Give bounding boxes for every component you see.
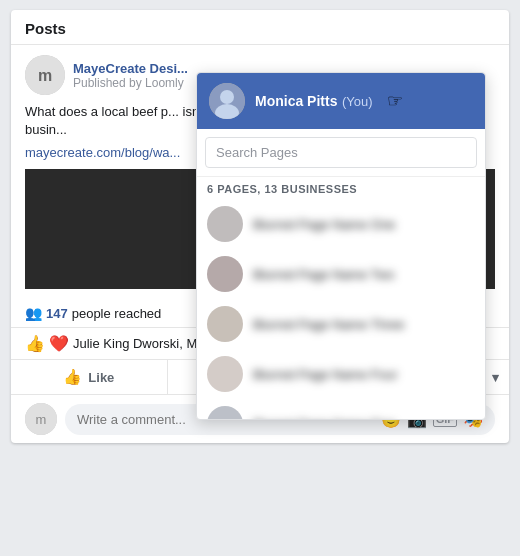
reaction-names: Julie King Dworski, Mi...: [73, 336, 211, 351]
card-title: Posts: [25, 20, 66, 37]
svg-point-12: [207, 356, 243, 392]
search-wrap: [197, 129, 485, 177]
page-name: Blurred Page Name One: [253, 217, 395, 232]
page-thumb: [207, 206, 243, 242]
page-name: Blurred Page Name Two: [253, 267, 394, 282]
post-link[interactable]: mayecreate.com/blog/wa...: [25, 145, 180, 160]
page-name: Blurred Page Name Five: [253, 417, 395, 420]
svg-point-11: [207, 306, 243, 342]
page-thumb: [207, 256, 243, 292]
svg-text:m: m: [38, 67, 52, 84]
card-header: Posts: [11, 10, 509, 45]
svg-point-13: [207, 406, 243, 419]
search-pages-input[interactable]: [205, 137, 477, 168]
page-name: Blurred Page Name Four: [253, 367, 398, 382]
reach-label: people reached: [72, 306, 162, 321]
list-item[interactable]: Blurred Page Name Two: [197, 249, 485, 299]
like-icon: 👍: [63, 368, 82, 386]
list-item[interactable]: Blurred Page Name Five: [197, 399, 485, 419]
like-button[interactable]: 👍 Like: [11, 360, 168, 394]
svg-text:m: m: [36, 412, 47, 427]
heart-reaction: ❤️: [49, 334, 69, 353]
page-thumb: [207, 306, 243, 342]
boost-icon: ▾: [492, 370, 499, 385]
user-name-text: Monica Pitts: [255, 93, 337, 109]
posts-card: Posts m MayeCreate Desi... Published by …: [11, 10, 509, 443]
page-selector-dropdown: Monica Pitts (You) ☞ 6 PAGES, 13 BUSINES…: [196, 72, 486, 420]
list-item[interactable]: Blurred Page Name Four: [197, 349, 485, 399]
page-name: Blurred Page Name Three: [253, 317, 405, 332]
author-sub: Published by Loomly: [73, 76, 188, 90]
page-thumb: [207, 406, 243, 419]
page-thumb: [207, 356, 243, 392]
svg-point-10: [207, 256, 243, 292]
dropdown-user-avatar: [209, 83, 245, 119]
like-label: Like: [88, 370, 114, 385]
user-you-text: (You): [342, 94, 373, 109]
svg-point-9: [207, 206, 243, 242]
dropdown-header: Monica Pitts (You) ☞: [197, 73, 485, 129]
reach-count: 147: [46, 306, 68, 321]
pages-list[interactable]: Blurred Page Name OneBlurred Page Name T…: [197, 199, 485, 419]
svg-point-7: [220, 90, 234, 104]
author-name[interactable]: MayeCreate Desi...: [73, 61, 188, 76]
author-avatar: m: [25, 55, 65, 95]
list-item[interactable]: Blurred Page Name Three: [197, 299, 485, 349]
reach-icon: 👥: [25, 305, 42, 321]
dropdown-user-name: Monica Pitts (You): [255, 92, 373, 110]
pages-count-label: 6 PAGES, 13 BUSINESSES: [197, 177, 485, 199]
like-reaction: 👍: [25, 334, 45, 353]
commenter-avatar: m: [25, 403, 57, 435]
author-info: MayeCreate Desi... Published by Loomly: [73, 61, 188, 90]
list-item[interactable]: Blurred Page Name One: [197, 199, 485, 249]
cursor-icon: ☞: [387, 90, 403, 112]
